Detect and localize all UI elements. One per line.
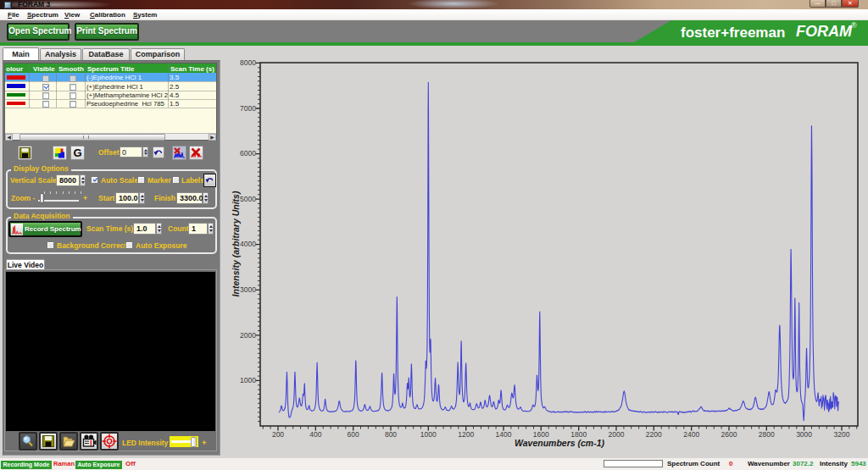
svg-text:600: 600 bbox=[348, 430, 359, 439]
svg-text:2400: 2400 bbox=[683, 430, 699, 439]
svg-text:1000: 1000 bbox=[240, 376, 256, 384]
svg-text:3000: 3000 bbox=[240, 285, 256, 294]
svg-text:Intensity (arbitrary Units): Intensity (arbitrary Units) bbox=[231, 191, 241, 296]
svg-text:3200: 3200 bbox=[834, 430, 850, 439]
svg-text:2800: 2800 bbox=[759, 430, 775, 439]
svg-text:1400: 1400 bbox=[496, 430, 512, 439]
svg-text:6000: 6000 bbox=[240, 149, 256, 158]
svg-text:800: 800 bbox=[385, 430, 397, 439]
svg-text:2200: 2200 bbox=[646, 430, 662, 439]
svg-text:2600: 2600 bbox=[721, 430, 737, 439]
svg-text:2000: 2000 bbox=[609, 430, 625, 439]
svg-text:8000: 8000 bbox=[240, 58, 256, 67]
svg-text:7000: 7000 bbox=[240, 104, 256, 113]
svg-text:5000: 5000 bbox=[240, 195, 256, 203]
svg-text:1800: 1800 bbox=[570, 430, 587, 439]
svg-text:3000: 3000 bbox=[796, 430, 812, 439]
svg-text:200: 200 bbox=[272, 430, 284, 439]
svg-text:1000: 1000 bbox=[420, 430, 437, 439]
svg-text:Wavenumbers (cm-1): Wavenumbers (cm-1) bbox=[515, 438, 605, 448]
svg-text:4000: 4000 bbox=[240, 240, 256, 248]
svg-text:1200: 1200 bbox=[458, 430, 474, 439]
svg-text:1600: 1600 bbox=[533, 430, 549, 439]
svg-text:400: 400 bbox=[309, 430, 321, 439]
svg-text:2000: 2000 bbox=[240, 331, 256, 340]
